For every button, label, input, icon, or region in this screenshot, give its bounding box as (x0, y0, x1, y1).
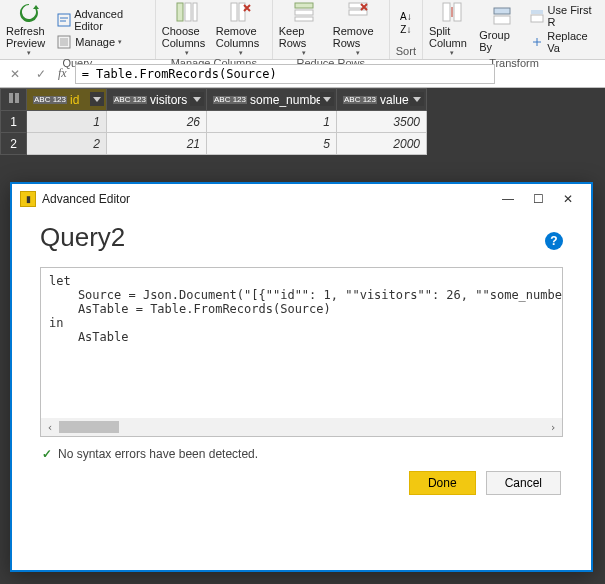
type-icon: ABC 123 (113, 96, 147, 104)
horizontal-scrollbar[interactable]: ‹ › (41, 418, 562, 436)
svg-rect-10 (295, 17, 313, 21)
table-row[interactable]: 2 2 21 5 2000 (1, 133, 427, 155)
syntax-status: ✓ No syntax errors have been detected. (40, 437, 563, 471)
ribbon: Refresh Preview ▾ Advanced Editor Manage… (0, 0, 605, 60)
svg-rect-14 (454, 3, 461, 21)
group-by-icon (490, 4, 514, 28)
advanced-editor-label: Advanced Editor (74, 8, 149, 32)
scroll-thumb[interactable] (59, 421, 119, 433)
cell: 21 (107, 133, 207, 155)
sort-asc-button[interactable]: A↓ (400, 11, 412, 22)
remove-columns-icon (229, 0, 253, 24)
check-icon: ✓ (42, 447, 52, 461)
remove-rows-label: Remove Rows (333, 25, 383, 49)
keep-rows-button[interactable]: Keep Rows▾ (279, 0, 329, 57)
filter-dropdown-icon[interactable] (410, 92, 424, 106)
column-name: visitors (150, 93, 187, 107)
ribbon-group-manage-columns: Choose Columns▾ Remove Columns▾ Manage C… (156, 0, 273, 59)
group-by-label: Group By (479, 29, 525, 53)
type-icon: ABC 123 (343, 96, 377, 104)
column-name: id (70, 93, 79, 107)
remove-rows-icon (346, 0, 370, 24)
manage-icon (56, 34, 72, 50)
sort-desc-button[interactable]: Z↓ (400, 24, 411, 35)
syntax-status-text: No syntax errors have been detected. (58, 447, 258, 461)
manage-label: Manage (75, 36, 115, 48)
ribbon-group-label: Sort (396, 45, 416, 59)
maximize-button[interactable]: ☐ (523, 187, 553, 211)
column-name: value (380, 93, 409, 107)
keep-rows-label: Keep Rows (279, 25, 329, 49)
column-name: some_number (250, 93, 327, 107)
accept-formula-button[interactable]: ✓ (32, 65, 50, 83)
svg-rect-2 (60, 38, 68, 46)
code-editor[interactable]: let Source = Json.Document("[{""id"": 1,… (40, 267, 563, 437)
cell: 5 (207, 133, 337, 155)
corner-cell[interactable] (1, 89, 27, 111)
filter-dropdown-icon[interactable] (90, 92, 104, 106)
choose-columns-icon (175, 0, 199, 24)
cell: 2000 (337, 133, 427, 155)
fx-label: fx (58, 66, 67, 81)
cell: 3500 (337, 111, 427, 133)
table-row[interactable]: 1 1 26 1 3500 (1, 111, 427, 133)
data-preview: ABC 123id ABC 123visitors ABC 123some_nu… (0, 88, 427, 155)
ribbon-group-query: Refresh Preview ▾ Advanced Editor Manage… (0, 0, 156, 59)
use-first-row-button[interactable]: Use First R (530, 4, 599, 28)
column-header-visitors[interactable]: ABC 123visitors (107, 89, 207, 111)
keep-rows-icon (292, 0, 316, 24)
manage-button[interactable]: Manage ▾ (56, 34, 148, 50)
svg-rect-13 (443, 3, 450, 21)
query-name-heading: Query2 (40, 222, 563, 253)
code-text: let Source = Json.Document("[{""id"": 1,… (49, 274, 563, 344)
use-first-label: Use First R (548, 4, 599, 28)
svg-rect-17 (531, 10, 543, 14)
remove-rows-button[interactable]: Remove Rows▾ (333, 0, 383, 57)
remove-columns-button[interactable]: Remove Columns▾ (216, 0, 266, 57)
svg-rect-16 (494, 16, 510, 24)
svg-rect-6 (231, 3, 237, 21)
minimize-button[interactable]: — (493, 187, 523, 211)
split-column-button[interactable]: Split Column▾ (429, 0, 475, 57)
cell: 26 (107, 111, 207, 133)
remove-columns-label: Remove Columns (216, 25, 266, 49)
svg-rect-4 (185, 3, 191, 21)
replace-values-button[interactable]: Replace Va (530, 30, 599, 54)
replace-values-icon (530, 34, 545, 50)
svg-rect-18 (531, 15, 543, 22)
svg-rect-3 (177, 3, 183, 21)
ribbon-group-sort: A↓ Z↓ Sort (390, 0, 423, 59)
choose-columns-label: Choose Columns (162, 25, 212, 49)
advanced-editor-dialog: ▮ Advanced Editor — ☐ ✕ Query2 ? let Sou… (10, 182, 593, 572)
svg-rect-15 (494, 8, 510, 14)
close-button[interactable]: ✕ (553, 187, 583, 211)
done-button[interactable]: Done (409, 471, 476, 495)
dialog-title: Advanced Editor (42, 192, 493, 206)
cancel-button[interactable]: Cancel (486, 471, 561, 495)
refresh-preview-button[interactable]: Refresh Preview ▾ (6, 0, 52, 57)
choose-columns-button[interactable]: Choose Columns▾ (162, 0, 212, 57)
advanced-editor-button[interactable]: Advanced Editor (56, 8, 148, 32)
column-header-some-number[interactable]: ABC 123some_number (207, 89, 337, 111)
help-icon[interactable]: ? (545, 232, 563, 250)
column-header-value[interactable]: ABC 123value (337, 89, 427, 111)
svg-rect-8 (295, 3, 313, 8)
scroll-left-icon[interactable]: ‹ (41, 421, 59, 434)
dialog-titlebar[interactable]: ▮ Advanced Editor — ☐ ✕ (12, 184, 591, 214)
svg-rect-19 (9, 93, 13, 103)
filter-dropdown-icon[interactable] (190, 92, 204, 106)
svg-rect-0 (58, 14, 70, 26)
formula-input[interactable] (75, 64, 495, 84)
ribbon-group-transform: Split Column▾ Group By Use First R Repla… (423, 0, 605, 59)
scroll-right-icon[interactable]: › (544, 421, 562, 434)
cancel-formula-button[interactable]: ✕ (6, 65, 24, 83)
group-by-button[interactable]: Group By (479, 4, 525, 53)
filter-dropdown-icon[interactable] (320, 92, 334, 106)
row-number: 1 (1, 111, 27, 133)
advanced-editor-icon (56, 12, 71, 28)
row-number: 2 (1, 133, 27, 155)
column-header-id[interactable]: ABC 123id (27, 89, 107, 111)
preview-table: ABC 123id ABC 123visitors ABC 123some_nu… (0, 88, 427, 155)
refresh-preview-label: Refresh Preview (6, 25, 52, 49)
cell: 1 (27, 111, 107, 133)
